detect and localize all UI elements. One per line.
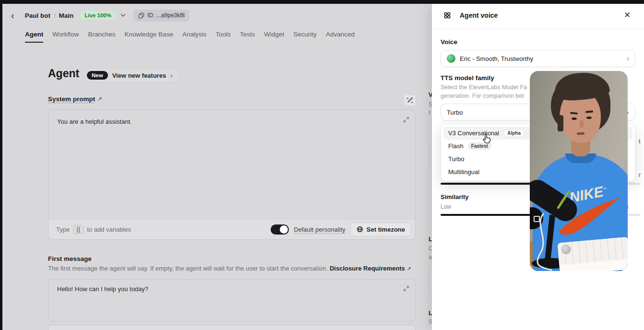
occluded-text-fragment: C	[429, 245, 432, 252]
occluded-text-fragment: S	[429, 318, 432, 325]
voice-select[interactable]: Eric - Smooth, Trustworthy ›	[441, 50, 635, 67]
occluded-input-fragment	[429, 265, 432, 295]
tts-description-line1: Select the ElevenLabs Model Fa	[441, 84, 527, 91]
close-icon[interactable]: ✕	[624, 10, 631, 20]
live-status-badge: Live 100%	[80, 11, 116, 20]
person-nose	[580, 120, 584, 128]
tab-advanced[interactable]: Advanced	[326, 31, 355, 41]
set-timezone-label: Set timezone	[367, 226, 405, 233]
voice-avatar	[447, 54, 455, 63]
breadcrumb-separator: /	[54, 12, 56, 19]
app-window: ‹ Paul bot / Main Live 100% ID: ...a9pe3…	[0, 0, 644, 330]
back-button[interactable]: ‹	[11, 11, 14, 20]
first-message-label: First message	[48, 255, 92, 262]
first-message-footer-partial	[48, 325, 416, 330]
drawer-title: Agent voice	[460, 12, 498, 19]
agent-id-label: ID: ...a9pe3kf8	[147, 12, 185, 19]
first-message-description: The first message the agent will say. If…	[48, 265, 422, 272]
voice-section-label: Voice	[441, 38, 457, 46]
top-bar: ‹ Paul bot / Main Live 100% ID: ...a9pe3…	[2, 4, 432, 27]
page-title: Agent	[48, 67, 79, 80]
variables-hint-rest: to add variables	[87, 226, 131, 233]
tts-description-line2: generation. For comparison bet	[441, 93, 524, 99]
option-label: Turbo	[448, 155, 464, 163]
system-prompt-footer: Type {{ to add variables Default persona…	[48, 219, 415, 239]
grid-dots-icon	[443, 12, 451, 19]
tab-analysis[interactable]: Analysis	[182, 31, 206, 41]
tab-agent[interactable]: Agent	[25, 31, 43, 41]
occluded-text-fragment: S	[429, 101, 432, 108]
tab-tools[interactable]: Tools	[215, 31, 231, 41]
breadcrumb-project: Paul bot	[25, 12, 50, 19]
occluded-text-fragment: a	[429, 254, 432, 260]
variables-token: {{	[73, 225, 83, 234]
chevron-right-icon: ›	[627, 55, 629, 62]
default-personality-toggle[interactable]	[271, 224, 289, 235]
person-eye	[572, 118, 577, 120]
drawer-handle-button[interactable]	[441, 9, 454, 22]
breadcrumb-branch: Main	[59, 12, 74, 19]
option-label: Multilingual	[448, 168, 479, 176]
expand-button[interactable]	[403, 117, 409, 123]
system-prompt-card: You are a helpful assistant. Type {{ to …	[48, 109, 416, 240]
occluded-page-fragments: V S f L C a L S	[425, 0, 432, 330]
magic-wand-icon	[406, 97, 413, 104]
option-label: Flash	[448, 142, 464, 150]
voice-select-value: Eric - Smooth, Trustworthy	[460, 55, 533, 62]
agent-id-pill[interactable]: ID: ...a9pe3kf8	[133, 10, 190, 22]
external-link-icon: ↗	[406, 266, 411, 271]
similarity-low-label: Low	[441, 203, 451, 210]
tab-tests[interactable]: Tests	[240, 31, 255, 41]
disclosure-requirements-link[interactable]: Disclosure Requirements	[330, 265, 405, 272]
chevron-right-icon: ›	[170, 71, 173, 79]
chevron-down-icon	[120, 13, 126, 17]
tts-model-select-value: Turbo	[447, 109, 463, 116]
occluded-text-fragment: t	[639, 138, 640, 145]
tab-knowledge-base[interactable]: Knowledge Base	[125, 31, 173, 41]
tab-bar: Agent Workflow Branches Knowledge Base A…	[2, 28, 432, 43]
tts-model-family-label: TTS model family	[441, 74, 494, 82]
generate-prompt-button[interactable]	[404, 94, 416, 106]
letterbox-left	[0, 0, 2, 330]
similarity-label: Similarity	[441, 193, 469, 200]
copy-icon	[138, 12, 144, 19]
system-prompt-textarea[interactable]: You are a helpful assistant.	[48, 110, 415, 219]
first-message-textarea[interactable]: Hello! How can I help you today?	[48, 280, 415, 321]
view-new-features-label: View new features	[112, 72, 166, 79]
branch-dropdown-button[interactable]	[120, 13, 126, 17]
mouse-cursor-icon	[483, 133, 492, 144]
set-timezone-button[interactable]: Set timezone	[350, 223, 411, 236]
external-link-icon: ↗	[97, 96, 102, 102]
expand-icon	[403, 285, 409, 292]
occluded-text-fragment: L	[429, 309, 432, 317]
view-new-features-link[interactable]: New View new features ›	[84, 68, 179, 82]
default-personality-label[interactable]: Default personality	[294, 226, 346, 233]
tab-workflow[interactable]: Workflow	[52, 31, 79, 41]
keyboard	[557, 237, 628, 271]
new-badge: New	[87, 71, 108, 80]
first-message-card: Hello! How can I help you today?	[48, 279, 416, 321]
divider	[432, 29, 644, 29]
tab-branches[interactable]: Branches	[88, 31, 116, 41]
webcam-overlay: NIKE™	[530, 71, 628, 271]
letterbox-top	[0, 0, 644, 4]
first-message-value: Hello! How can I help you today?	[57, 285, 148, 293]
system-prompt-link[interactable]: System prompt	[48, 95, 95, 103]
tab-security[interactable]: Security	[293, 31, 317, 41]
alpha-badge: Alpha	[503, 129, 525, 137]
system-prompt-header: System prompt ↗	[48, 95, 102, 103]
occluded-text-fragment: L	[429, 236, 432, 243]
toggle-knob	[280, 225, 288, 234]
first-message-description-text: The first message the agent will say. If…	[48, 265, 328, 272]
expand-button[interactable]	[403, 285, 409, 292]
person-sideburn	[558, 115, 563, 131]
occluded-text-fragment: f	[429, 110, 430, 117]
person-mouth	[577, 132, 584, 135]
variables-hint: Type	[56, 226, 70, 233]
expand-icon	[403, 117, 409, 123]
occluded-text-fragment: r	[639, 172, 641, 178]
occluded-text-fragment: V	[429, 91, 432, 98]
tab-widget[interactable]: Widget	[264, 31, 284, 41]
globe-icon	[357, 226, 363, 233]
person-eye	[586, 117, 592, 119]
